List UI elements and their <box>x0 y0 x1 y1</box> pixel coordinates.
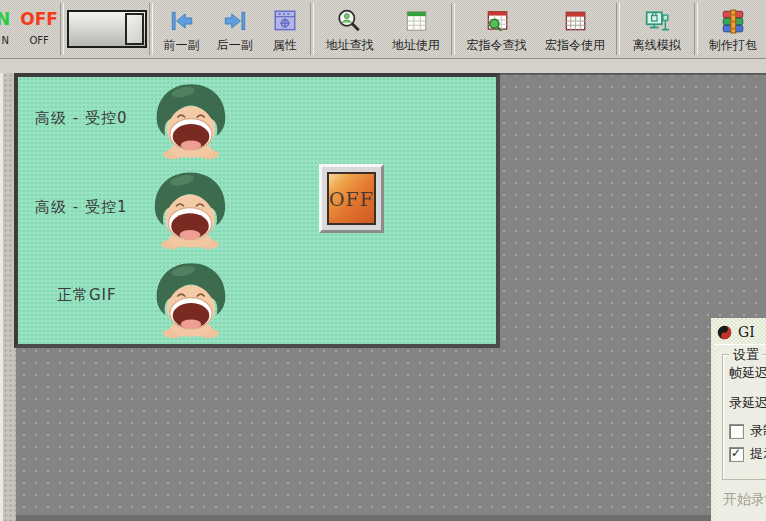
bottom-window-edge <box>16 515 766 521</box>
toolbar-lower-band <box>0 59 766 73</box>
address-search-button[interactable]: 地址查找 <box>316 0 382 58</box>
settings-groupbox: 设置 帧延迟 录延迟 录制 提示 <box>722 354 766 480</box>
macro-search-button[interactable]: 宏指令查找 <box>457 0 537 58</box>
address-search-label: 地址查找 <box>325 37 373 54</box>
toolbar-separator <box>694 3 698 55</box>
make-package-label: 制作打包 <box>709 37 757 54</box>
offline-sim-label: 离线模拟 <box>633 37 681 54</box>
on-button[interactable]: N N <box>0 10 10 58</box>
canvas-text-controlled-0[interactable]: 高级 - 受控0 <box>35 109 128 128</box>
record-checkbox[interactable] <box>729 424 744 439</box>
macro-usage-label: 宏指令使用 <box>545 37 605 54</box>
prompt-checkbox[interactable] <box>729 447 744 462</box>
dialog-body: 设置 帧延迟 录延迟 录制 提示 开始录制 <box>715 344 766 521</box>
canvas-off-button-face: OFF <box>327 172 376 225</box>
calendar-red-icon <box>561 7 589 35</box>
canvas-text-normal-gif[interactable]: 正常GIF <box>57 286 117 305</box>
gif-face-normal[interactable] <box>152 259 230 341</box>
off-caption: OFF <box>29 35 48 46</box>
frame-delay-label: 帧延迟 <box>729 364 766 382</box>
gif-face-controlled-0[interactable] <box>152 82 230 160</box>
macro-usage-button[interactable]: 宏指令使用 <box>536 0 614 58</box>
properties-label: 属性 <box>273 37 297 54</box>
arrow-right-bar-icon <box>221 7 249 35</box>
toolbar-separator <box>149 3 153 55</box>
start-record-button[interactable]: 开始录制 <box>723 491 766 509</box>
address-usage-label: 地址使用 <box>392 37 440 54</box>
table-magnifier-icon <box>483 7 511 35</box>
on-caption: N <box>1 35 8 46</box>
hmi-editor-window: N N OFF OFF 前一副 后一副 <box>0 0 766 521</box>
settings-group-title: 设置 <box>729 346 763 364</box>
prev-frame-label: 前一副 <box>164 37 200 54</box>
canvas-text-controlled-1[interactable]: 高级 - 受控1 <box>35 198 128 217</box>
toolbar-separator <box>60 3 64 55</box>
address-usage-button[interactable]: 地址使用 <box>383 0 449 58</box>
on-icon: N <box>0 10 10 28</box>
offline-sim-button[interactable]: 离线模拟 <box>622 0 692 58</box>
next-frame-button[interactable]: 后一副 <box>208 0 261 58</box>
macro-search-label: 宏指令查找 <box>467 37 527 54</box>
gif-recorder-dialog: GI 设置 帧延迟 录延迟 录制 提示 开始录制 <box>711 318 766 521</box>
canvas-off-button-label: OFF <box>329 188 374 210</box>
canvas-off-button[interactable]: OFF <box>319 164 384 233</box>
make-package-button[interactable]: 制作打包 <box>700 0 766 58</box>
toolbar-separator <box>616 3 620 55</box>
dialog-titlebar[interactable]: GI <box>715 320 766 344</box>
window-gear-icon <box>271 7 299 35</box>
magnifier-person-icon <box>335 7 363 35</box>
arrow-left-bar-icon <box>168 7 196 35</box>
off-icon: OFF <box>20 10 58 28</box>
onoff-group: N N OFF OFF <box>0 0 58 58</box>
toolbar-separator <box>451 3 455 55</box>
record-checkbox-label: 录制 <box>750 422 766 440</box>
off-button[interactable]: OFF OFF <box>20 10 58 58</box>
gif-face-controlled-1[interactable] <box>150 170 230 250</box>
record-delay-label: 录延迟 <box>729 394 766 412</box>
screen-canvas[interactable]: 高级 - 受控0 高级 - 受控1 正常GIF OFF <box>14 73 500 348</box>
frame-slider-handle[interactable] <box>125 13 144 45</box>
next-frame-label: 后一副 <box>217 37 253 54</box>
prev-frame-button[interactable]: 前一副 <box>155 0 208 58</box>
archive-stack-icon <box>719 7 747 35</box>
prompt-checkbox-label: 提示 <box>750 445 766 463</box>
table-green-icon <box>402 7 430 35</box>
toolbar-separator <box>310 3 314 55</box>
frame-slider-group <box>66 0 147 58</box>
properties-button[interactable]: 属性 <box>261 0 308 58</box>
yinyang-icon <box>717 325 732 340</box>
prompt-checkbox-row[interactable]: 提示 <box>729 445 766 463</box>
frame-slider[interactable] <box>67 10 147 48</box>
record-checkbox-row[interactable]: 录制 <box>729 422 766 440</box>
main-toolbar: N N OFF OFF 前一副 后一副 <box>0 0 766 59</box>
dialog-title: GI <box>738 324 755 340</box>
monitor-network-icon <box>643 7 671 35</box>
